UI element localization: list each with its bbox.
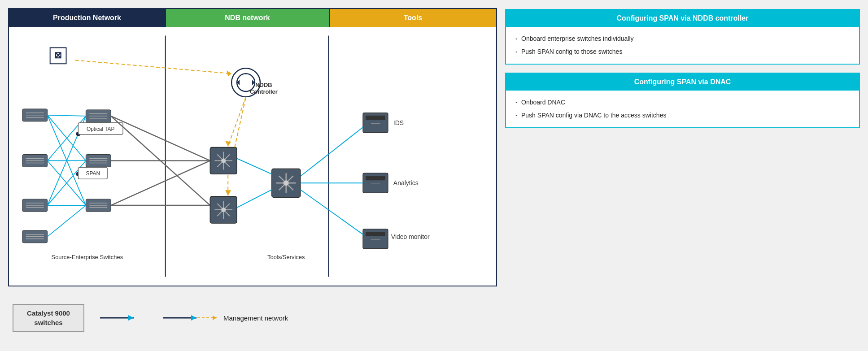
- svg-line-81: [237, 190, 272, 208]
- span-nddb-list: Onboard enterprise switches individually…: [514, 32, 851, 58]
- svg-rect-89: [366, 232, 385, 236]
- ndb-switch-2: [210, 196, 237, 223]
- legend-dashed-arrow: Management network: [161, 312, 288, 324]
- switch-prod-4: [22, 230, 48, 243]
- catalyst-legend-label: Catalyst 9000switches: [27, 309, 70, 326]
- analytics-device: [363, 173, 388, 193]
- source-enterprise-label: Source-Enterprise Switches: [52, 254, 123, 260]
- tools-services-label: Tools/Services: [267, 254, 305, 260]
- switch-mid-2: [86, 155, 111, 167]
- svg-marker-70: [225, 190, 231, 195]
- svg-text:Controller: Controller: [250, 88, 278, 95]
- svg-rect-83: [366, 116, 385, 120]
- svg-marker-97: [191, 315, 196, 321]
- svg-marker-95: [128, 315, 134, 321]
- info-panels: Configuring SPAN via NDDB controller Onb…: [505, 8, 860, 343]
- svg-line-71: [75, 60, 231, 74]
- video-monitor-label: Video monitor: [391, 233, 430, 240]
- switch-mid-1: [86, 110, 111, 122]
- dna-icon: ⊠: [50, 48, 66, 64]
- svg-marker-99: [213, 316, 217, 320]
- svg-line-91: [301, 127, 363, 177]
- optical-tap-label: Optical TAP: [87, 126, 115, 132]
- span-nddb-panel: Configuring SPAN via NDDB controller Onb…: [505, 9, 860, 65]
- management-network-label: Management network: [223, 314, 288, 322]
- catalyst-legend-box: Catalyst 9000switches: [13, 304, 84, 332]
- ids-label: IDS: [393, 119, 404, 126]
- svg-marker-72: [227, 70, 231, 76]
- tools-aggregator: [272, 169, 301, 197]
- svg-point-66: [221, 208, 226, 212]
- span-dnac-item-2: Push SPAN config via DNAC to the access …: [514, 109, 851, 122]
- switch-prod-2: [22, 155, 48, 167]
- header-tools: Tools: [330, 9, 496, 27]
- span-dnac-item-1: Onboard DNAC: [514, 96, 851, 109]
- svg-line-32: [48, 115, 86, 116]
- switch-prod-1: [22, 109, 48, 121]
- span-dnac-panel: Configuring SPAN via DNAC Onboard DNAC P…: [505, 73, 860, 128]
- legend-arrows: Management network: [98, 312, 288, 324]
- svg-line-80: [237, 158, 272, 174]
- switch-mid-3: [86, 199, 111, 212]
- svg-line-41: [48, 205, 86, 237]
- span-nddb-body: Onboard enterprise switches individually…: [506, 27, 859, 64]
- svg-marker-68: [225, 141, 231, 147]
- svg-line-50: [111, 160, 210, 205]
- switch-prod-3: [22, 199, 48, 212]
- diagram-body: ⊠: [9, 27, 496, 286]
- main-container: Production Network NDB network Tools: [0, 0, 868, 351]
- header-ndb: NDB network: [166, 9, 330, 27]
- svg-line-73: [235, 97, 246, 147]
- svg-point-79: [284, 180, 289, 186]
- svg-line-46: [111, 116, 210, 161]
- nddb-controller-text: NDDB: [255, 82, 272, 88]
- network-diagram: Production Network NDB network Tools: [8, 8, 497, 286]
- span-nddb-item-1: Onboard enterprise switches individually: [514, 32, 851, 45]
- diagram-area: Production Network NDB network Tools: [8, 8, 497, 343]
- network-svg: ⊠: [9, 27, 496, 286]
- svg-rect-86: [366, 176, 385, 180]
- ndb-switch-1: [210, 147, 237, 174]
- header-production: Production Network: [9, 9, 166, 27]
- span-dnac-list: Onboard DNAC Push SPAN config via DNAC t…: [514, 96, 851, 122]
- dashed-arrow-svg: [161, 312, 219, 324]
- span-label: SPAN: [86, 170, 100, 177]
- legend-area: Catalyst 9000switches: [8, 293, 497, 343]
- svg-point-60: [221, 158, 226, 163]
- analytics-label: Analytics: [393, 179, 419, 186]
- span-dnac-header: Configuring SPAN via DNAC: [506, 74, 859, 91]
- span-dnac-body: Onboard DNAC Push SPAN config via DNAC t…: [506, 91, 859, 127]
- ids-device: [363, 113, 388, 133]
- legend-solid-arrow: [98, 312, 143, 324]
- svg-text:⊠: ⊠: [54, 50, 62, 60]
- span-nddb-item-2: Push SPAN config to those switches: [514, 45, 851, 58]
- svg-line-93: [301, 190, 363, 234]
- video-device: [363, 229, 388, 249]
- diagram-headers: Production Network NDB network Tools: [9, 9, 496, 27]
- solid-arrow-svg: [98, 312, 143, 324]
- span-nddb-header: Configuring SPAN via NDDB controller: [506, 10, 859, 27]
